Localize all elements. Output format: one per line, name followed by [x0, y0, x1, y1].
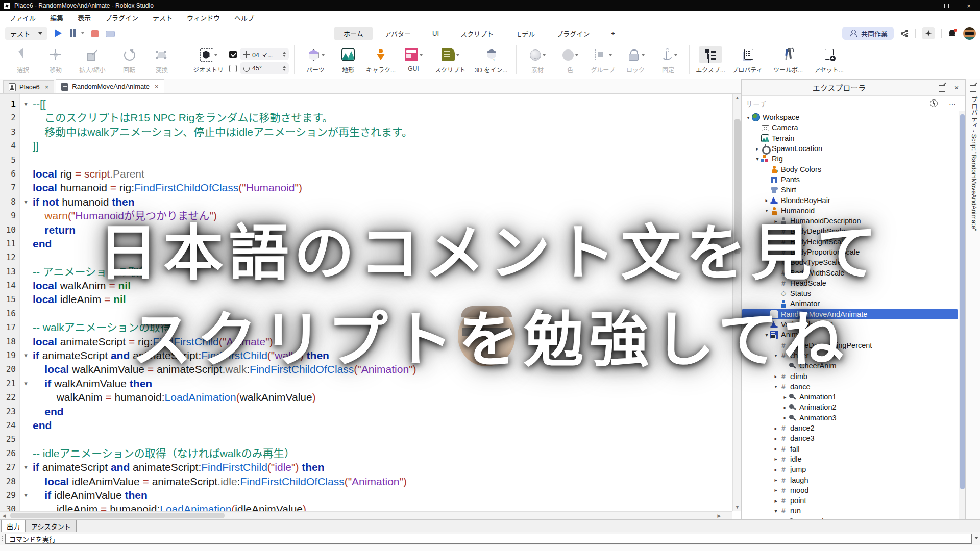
properties-button[interactable]: プロパティ: [727, 45, 767, 74]
toolbox-button[interactable]: ツールボ...: [768, 45, 808, 74]
snap-move-checkbox[interactable]: [229, 51, 237, 58]
expand-right-icon[interactable]: ▸: [763, 197, 770, 203]
snap-move-stepper[interactable]: [283, 52, 286, 57]
menu-item-テスト[interactable]: テスト: [145, 11, 180, 26]
snap-rotate-checkbox[interactable]: [229, 65, 237, 72]
scroll-up-icon[interactable]: ▲: [733, 94, 741, 102]
close-tab-icon[interactable]: ×: [155, 83, 159, 90]
cursor-button[interactable]: 選択: [7, 45, 39, 74]
properties-collapsed-strip[interactable]: プロパティ - Script "RandomMoveAndAnimate": [966, 79, 980, 519]
explorer-scrollbar[interactable]: [959, 111, 965, 519]
tree-item-Animator[interactable]: Animator: [742, 298, 958, 309]
editor-tab-Place6[interactable]: Place6×: [3, 80, 54, 93]
menu-item-表示[interactable]: 表示: [70, 11, 98, 26]
expand-right-icon[interactable]: ▸: [772, 498, 779, 504]
tree-item-HumanoidDescription[interactable]: ▸HumanoidDescription: [742, 216, 958, 226]
gui-button[interactable]: GUI: [398, 45, 429, 73]
code-text-area[interactable]: --[[ このスクリプトはR15 NPC Rigをランダムに移動させます。 移動…: [32, 94, 741, 519]
close-icon[interactable]: ×: [951, 82, 962, 93]
scroll-left-icon[interactable]: ◀: [0, 512, 8, 519]
tree-item-laugh[interactable]: ▸#laugh: [742, 474, 958, 485]
terrain-button[interactable]: 地形: [332, 45, 364, 74]
bottom-tab-出力[interactable]: 出力: [1, 520, 26, 532]
color-button[interactable]: 色: [554, 45, 586, 74]
code-line[interactable]: local walkAnimValue = animateScript.walk…: [33, 362, 741, 376]
move-button[interactable]: 移動: [40, 45, 71, 74]
expand-right-icon[interactable]: ▸: [781, 405, 789, 410]
tree-item-BodyProportionScale[interactable]: #BodyProportionScale: [742, 247, 958, 257]
expand-right-icon[interactable]: ▸: [772, 477, 779, 483]
ribbon-tab-モデル[interactable]: モデル: [506, 27, 544, 40]
explorer-search[interactable]: サーチ ···: [742, 96, 965, 111]
tree-item-Animation1[interactable]: ▸Animation1: [742, 392, 958, 402]
scrollbar-thumb[interactable]: [10, 513, 225, 518]
scale-button[interactable]: 拡大/縮小: [72, 45, 112, 74]
tree-item-run[interactable]: ▾#run: [742, 506, 958, 516]
code-line[interactable]: local walkAnim = nil: [33, 279, 741, 292]
code-line[interactable]: このスクリプトはR15 NPC Rigをランダムに移動させます。: [33, 111, 741, 124]
code-line[interactable]: if not humanoid then: [33, 195, 741, 209]
tree-item-BodyWidthScale[interactable]: #BodyWidthScale: [742, 267, 958, 278]
ribbon-tab-アバター[interactable]: アバター: [376, 27, 420, 40]
script-button[interactable]: スクリプト: [430, 45, 470, 74]
tree-item-CheerAnim[interactable]: CheerAnim: [742, 361, 958, 371]
step-down-icon[interactable]: [283, 69, 286, 71]
code-line[interactable]: return: [33, 223, 741, 237]
step-down-icon[interactable]: [283, 55, 286, 57]
code-line[interactable]: end: [33, 405, 741, 418]
expand-right-icon[interactable]: ▸: [772, 218, 779, 224]
tree-item-cheer[interactable]: ▾#cheer: [742, 350, 958, 361]
fold-arrow-icon[interactable]: ▾: [20, 348, 32, 362]
expand-down-icon[interactable]: ▾: [772, 353, 779, 358]
tree-item-Camera[interactable]: Camera: [742, 122, 958, 133]
popout-icon[interactable]: [968, 82, 979, 93]
scrollbar-thumb[interactable]: [960, 114, 965, 489]
character-button[interactable]: キャラク...: [365, 45, 397, 74]
fold-arrow-icon[interactable]: ▾: [20, 195, 32, 209]
tree-item-Animate[interactable]: ▾Animate: [742, 330, 958, 340]
tree-item-Humanoid[interactable]: ▾Humanoid: [742, 206, 958, 216]
code-line[interactable]: --[[: [33, 97, 741, 111]
expand-right-icon[interactable]: ▸: [772, 436, 779, 441]
tree-item-Workspace[interactable]: ▾Workspace: [742, 112, 958, 122]
tree-item-jump[interactable]: ▸#jump: [742, 464, 958, 474]
tree-item-Shirt[interactable]: Shirt: [742, 185, 958, 195]
menu-item-プラグイン[interactable]: プラグイン: [98, 11, 145, 26]
search-input[interactable]: サーチ: [746, 98, 924, 109]
code-line[interactable]: warn("Humanoidが見つかりません"): [33, 209, 741, 222]
step-up-icon[interactable]: [283, 52, 286, 54]
code-line[interactable]: [33, 153, 741, 167]
group-button[interactable]: グループ: [587, 45, 619, 74]
script-editor[interactable]: 1234567891011121314151617181920212223242…: [0, 94, 741, 519]
part-button[interactable]: パーツ: [300, 45, 331, 74]
expand-down-icon[interactable]: ▾: [772, 508, 779, 514]
transform-button[interactable]: 変換: [146, 45, 178, 74]
snap-rotate-stepper[interactable]: [283, 66, 286, 71]
ribbon-tab-UI[interactable]: UI: [423, 28, 448, 39]
tree-item-mood[interactable]: ▸#mood: [742, 485, 958, 495]
pause-button[interactable]: [69, 29, 78, 38]
menu-item-ヘルプ[interactable]: ヘルプ: [227, 11, 261, 26]
tree-item-dance[interactable]: ▾#dance: [742, 382, 958, 392]
code-line[interactable]: local animateScript = rig:FindFirstChild…: [33, 335, 741, 348]
expand-right-icon[interactable]: ▸: [772, 446, 779, 452]
step-up-icon[interactable]: [283, 66, 286, 68]
tree-item-BodyTypeScale[interactable]: #BodyTypeScale: [742, 257, 958, 267]
tree-item-BodyHeightScale[interactable]: #BodyHeightScale: [742, 237, 958, 247]
history-clock-icon[interactable]: [928, 98, 940, 109]
chevron-down-icon[interactable]: [974, 537, 978, 539]
more-options-icon[interactable]: ···: [947, 98, 958, 109]
tree-item-Rig[interactable]: ▾Rig: [742, 154, 958, 164]
tree-item-BodyDepthScale[interactable]: #BodyDepthScale: [742, 226, 958, 236]
close-button[interactable]: ×: [958, 0, 980, 11]
ai-assistant-button[interactable]: [922, 27, 935, 39]
expand-down-icon[interactable]: ▾: [772, 384, 779, 389]
tree-item-ScaleDampeningPercent[interactable]: #ScaleDampeningPercent: [742, 340, 958, 350]
editor-tab-RandomMoveAndAnimate[interactable]: RandomMoveAndAnimate×: [56, 79, 164, 93]
expand-down-icon[interactable]: ▾: [754, 156, 761, 162]
material-button[interactable]: 素材: [522, 45, 553, 74]
tree-item-VarietyShade02[interactable]: VarietyShade02: [742, 319, 958, 330]
code-line[interactable]: if animateScript and animateScript:FindF…: [33, 460, 741, 474]
code-line[interactable]: [33, 251, 741, 264]
anchor-button[interactable]: 固定: [652, 45, 684, 74]
